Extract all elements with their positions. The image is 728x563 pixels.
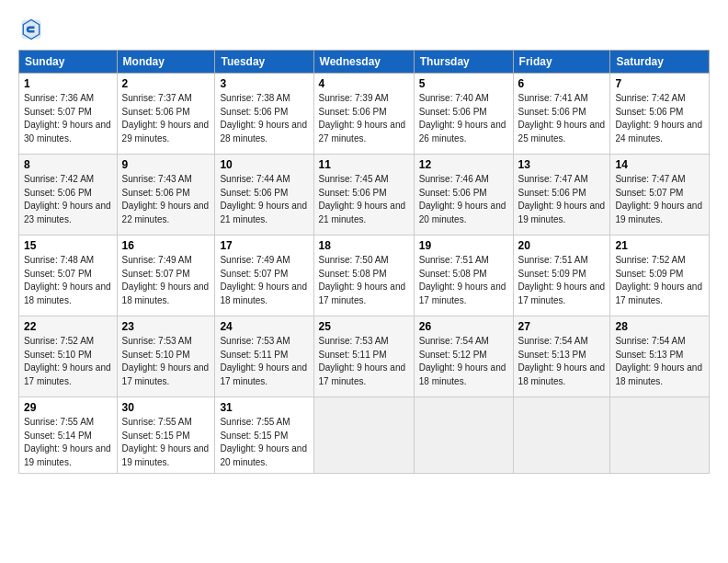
day-number: 23 xyxy=(122,320,210,333)
day-number: 12 xyxy=(419,158,508,171)
calendar-cell: 2Sunrise: 7:37 AM Sunset: 5:06 PM Daylig… xyxy=(117,74,215,155)
day-number: 4 xyxy=(319,77,409,90)
day-info: Sunrise: 7:45 AM Sunset: 5:06 PM Dayligh… xyxy=(319,173,409,226)
calendar-cell: 25Sunrise: 7:53 AM Sunset: 5:11 PM Dayli… xyxy=(313,316,414,397)
calendar-cell: 4Sunrise: 7:39 AM Sunset: 5:06 PM Daylig… xyxy=(313,74,414,155)
calendar-cell: 30Sunrise: 7:55 AM Sunset: 5:15 PM Dayli… xyxy=(117,397,215,474)
day-info: Sunrise: 7:41 AM Sunset: 5:06 PM Dayligh… xyxy=(518,92,606,145)
calendar-cell: 6Sunrise: 7:41 AM Sunset: 5:06 PM Daylig… xyxy=(513,74,610,155)
calendar-cell: 11Sunrise: 7:45 AM Sunset: 5:06 PM Dayli… xyxy=(313,155,414,236)
day-number: 17 xyxy=(220,239,308,252)
day-info: Sunrise: 7:48 AM Sunset: 5:07 PM Dayligh… xyxy=(24,254,112,307)
logo-icon xyxy=(18,17,44,42)
calendar-cell: 17Sunrise: 7:49 AM Sunset: 5:07 PM Dayli… xyxy=(215,236,313,316)
day-info: Sunrise: 7:55 AM Sunset: 5:14 PM Dayligh… xyxy=(24,416,112,469)
calendar-week-1: 1Sunrise: 7:36 AM Sunset: 5:07 PM Daylig… xyxy=(19,74,710,155)
day-number: 24 xyxy=(220,320,308,333)
calendar-cell: 21Sunrise: 7:52 AM Sunset: 5:09 PM Dayli… xyxy=(610,236,710,316)
day-number: 27 xyxy=(518,320,606,333)
day-number: 1 xyxy=(24,77,112,90)
day-number: 28 xyxy=(615,320,704,333)
day-info: Sunrise: 7:49 AM Sunset: 5:07 PM Dayligh… xyxy=(220,254,308,307)
day-info: Sunrise: 7:53 AM Sunset: 5:10 PM Dayligh… xyxy=(122,335,210,388)
day-number: 6 xyxy=(518,77,606,90)
day-number: 2 xyxy=(122,77,210,90)
calendar-cell: 15Sunrise: 7:48 AM Sunset: 5:07 PM Dayli… xyxy=(19,236,118,316)
day-info: Sunrise: 7:40 AM Sunset: 5:06 PM Dayligh… xyxy=(419,92,508,145)
day-info: Sunrise: 7:52 AM Sunset: 5:09 PM Dayligh… xyxy=(615,254,704,307)
day-info: Sunrise: 7:52 AM Sunset: 5:10 PM Dayligh… xyxy=(24,335,112,388)
day-info: Sunrise: 7:42 AM Sunset: 5:06 PM Dayligh… xyxy=(24,173,112,226)
calendar-header-row: SundayMondayTuesdayWednesdayThursdayFrid… xyxy=(19,51,710,74)
calendar-cell: 8Sunrise: 7:42 AM Sunset: 5:06 PM Daylig… xyxy=(19,155,118,236)
calendar-week-5: 29Sunrise: 7:55 AM Sunset: 5:14 PM Dayli… xyxy=(19,397,710,474)
calendar-week-4: 22Sunrise: 7:52 AM Sunset: 5:10 PM Dayli… xyxy=(19,316,710,397)
day-info: Sunrise: 7:46 AM Sunset: 5:06 PM Dayligh… xyxy=(419,173,508,226)
col-header-wednesday: Wednesday xyxy=(313,51,414,74)
calendar-cell xyxy=(610,397,710,474)
day-info: Sunrise: 7:49 AM Sunset: 5:07 PM Dayligh… xyxy=(122,254,210,307)
day-info: Sunrise: 7:51 AM Sunset: 5:09 PM Dayligh… xyxy=(518,254,606,307)
day-info: Sunrise: 7:50 AM Sunset: 5:08 PM Dayligh… xyxy=(319,254,409,307)
calendar-cell xyxy=(414,397,513,474)
day-number: 29 xyxy=(24,401,112,414)
calendar-cell: 22Sunrise: 7:52 AM Sunset: 5:10 PM Dayli… xyxy=(19,316,118,397)
day-info: Sunrise: 7:53 AM Sunset: 5:11 PM Dayligh… xyxy=(220,335,308,388)
day-number: 13 xyxy=(518,158,606,171)
day-number: 21 xyxy=(615,239,704,252)
day-info: Sunrise: 7:39 AM Sunset: 5:06 PM Dayligh… xyxy=(319,92,409,145)
calendar-table: SundayMondayTuesdayWednesdayThursdayFrid… xyxy=(18,50,710,474)
calendar-cell: 14Sunrise: 7:47 AM Sunset: 5:07 PM Dayli… xyxy=(610,155,710,236)
calendar-cell xyxy=(313,397,414,474)
calendar-cell: 31Sunrise: 7:55 AM Sunset: 5:15 PM Dayli… xyxy=(215,397,313,474)
day-number: 26 xyxy=(419,320,508,333)
day-info: Sunrise: 7:42 AM Sunset: 5:06 PM Dayligh… xyxy=(615,92,704,145)
day-info: Sunrise: 7:55 AM Sunset: 5:15 PM Dayligh… xyxy=(220,416,308,469)
calendar-week-3: 15Sunrise: 7:48 AM Sunset: 5:07 PM Dayli… xyxy=(19,236,710,316)
calendar-week-2: 8Sunrise: 7:42 AM Sunset: 5:06 PM Daylig… xyxy=(19,155,710,236)
day-number: 30 xyxy=(122,401,210,414)
calendar-cell: 23Sunrise: 7:53 AM Sunset: 5:10 PM Dayli… xyxy=(117,316,215,397)
col-header-saturday: Saturday xyxy=(610,51,710,74)
day-info: Sunrise: 7:44 AM Sunset: 5:06 PM Dayligh… xyxy=(220,173,308,226)
calendar-cell xyxy=(513,397,610,474)
day-number: 3 xyxy=(220,77,308,90)
day-number: 10 xyxy=(220,158,308,171)
calendar-cell: 7Sunrise: 7:42 AM Sunset: 5:06 PM Daylig… xyxy=(610,74,710,155)
day-number: 8 xyxy=(24,158,112,171)
day-info: Sunrise: 7:55 AM Sunset: 5:15 PM Dayligh… xyxy=(122,416,210,469)
day-number: 14 xyxy=(615,158,704,171)
header xyxy=(18,17,710,42)
calendar-cell: 12Sunrise: 7:46 AM Sunset: 5:06 PM Dayli… xyxy=(414,155,513,236)
col-header-friday: Friday xyxy=(513,51,610,74)
col-header-monday: Monday xyxy=(117,51,215,74)
calendar-cell: 3Sunrise: 7:38 AM Sunset: 5:06 PM Daylig… xyxy=(215,74,313,155)
day-number: 19 xyxy=(419,239,508,252)
day-number: 7 xyxy=(615,77,704,90)
day-number: 20 xyxy=(518,239,606,252)
calendar-cell: 24Sunrise: 7:53 AM Sunset: 5:11 PM Dayli… xyxy=(215,316,313,397)
day-number: 11 xyxy=(319,158,409,171)
calendar-cell: 29Sunrise: 7:55 AM Sunset: 5:14 PM Dayli… xyxy=(19,397,118,474)
calendar-cell: 19Sunrise: 7:51 AM Sunset: 5:08 PM Dayli… xyxy=(414,236,513,316)
day-number: 22 xyxy=(24,320,112,333)
calendar-cell: 27Sunrise: 7:54 AM Sunset: 5:13 PM Dayli… xyxy=(513,316,610,397)
day-info: Sunrise: 7:54 AM Sunset: 5:13 PM Dayligh… xyxy=(518,335,606,388)
day-number: 25 xyxy=(319,320,409,333)
calendar-cell: 10Sunrise: 7:44 AM Sunset: 5:06 PM Dayli… xyxy=(215,155,313,236)
calendar-cell: 16Sunrise: 7:49 AM Sunset: 5:07 PM Dayli… xyxy=(117,236,215,316)
col-header-tuesday: Tuesday xyxy=(215,51,313,74)
day-number: 5 xyxy=(419,77,508,90)
day-info: Sunrise: 7:51 AM Sunset: 5:08 PM Dayligh… xyxy=(419,254,508,307)
day-info: Sunrise: 7:43 AM Sunset: 5:06 PM Dayligh… xyxy=(122,173,210,226)
logo xyxy=(18,17,48,42)
day-info: Sunrise: 7:36 AM Sunset: 5:07 PM Dayligh… xyxy=(24,92,112,145)
day-info: Sunrise: 7:47 AM Sunset: 5:06 PM Dayligh… xyxy=(518,173,606,226)
day-number: 16 xyxy=(122,239,210,252)
col-header-thursday: Thursday xyxy=(414,51,513,74)
calendar-cell: 1Sunrise: 7:36 AM Sunset: 5:07 PM Daylig… xyxy=(19,74,118,155)
day-info: Sunrise: 7:47 AM Sunset: 5:07 PM Dayligh… xyxy=(615,173,704,226)
col-header-sunday: Sunday xyxy=(19,51,118,74)
day-info: Sunrise: 7:38 AM Sunset: 5:06 PM Dayligh… xyxy=(220,92,308,145)
calendar-cell: 5Sunrise: 7:40 AM Sunset: 5:06 PM Daylig… xyxy=(414,74,513,155)
